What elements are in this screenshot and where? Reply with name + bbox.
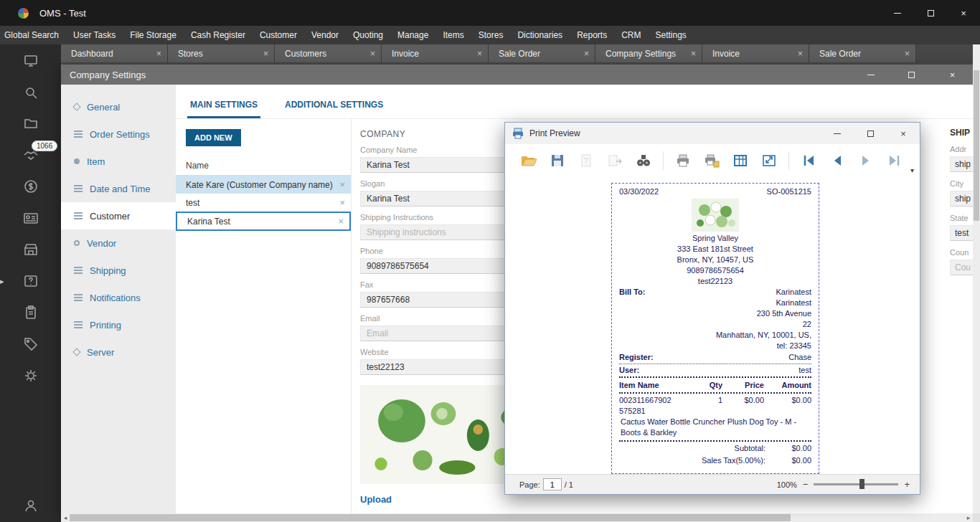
list-item[interactable]: test × — [176, 194, 351, 212]
maximize-button[interactable] — [914, 0, 947, 26]
ship-address-field[interactable] — [950, 156, 973, 172]
preview-document-area[interactable]: 03/30/2022 SO-0051215 Spring Valley 333 … — [505, 177, 920, 474]
settings-maximize-button[interactable] — [891, 65, 932, 85]
close-button[interactable]: × — [947, 0, 980, 26]
menu-vendor[interactable]: Vendor — [304, 26, 346, 44]
tab-additional-settings[interactable]: ADDITIONAL SETTINGS — [282, 100, 386, 118]
previous-page-icon[interactable] — [828, 152, 847, 169]
menu-settings[interactable]: Settings — [648, 26, 693, 44]
preview-close-button[interactable]: × — [887, 123, 920, 144]
ship-state-field[interactable] — [950, 225, 973, 241]
tab-invoice-1[interactable]: Invoice× — [382, 44, 489, 62]
tab-invoice-2[interactable]: Invoice× — [702, 44, 809, 62]
nav-general[interactable]: General — [61, 93, 176, 120]
menu-file-storage[interactable]: File Storage — [123, 26, 184, 44]
nav-server[interactable]: Server — [61, 338, 176, 366]
zoom-out-button[interactable]: − — [803, 479, 809, 490]
folder-icon[interactable] — [23, 115, 39, 131]
upload-link[interactable]: Upload — [360, 494, 392, 505]
settings-window-titlebar[interactable]: Company Settings × — [61, 65, 973, 85]
help-box-icon[interactable] — [23, 273, 39, 289]
nav-notifications[interactable]: Notifications — [61, 284, 176, 311]
vertical-scrollbar-thumb[interactable] — [974, 70, 979, 221]
save-icon[interactable] — [548, 152, 567, 169]
menu-cash-register[interactable]: Cash Register — [184, 26, 253, 44]
menu-crm[interactable]: CRM — [614, 26, 648, 44]
print-icon[interactable] — [674, 152, 692, 169]
contact-card-icon[interactable] — [23, 210, 39, 226]
menu-reports[interactable]: Reports — [570, 26, 614, 44]
tab-sale-order-1[interactable]: Sale Order× — [489, 44, 595, 62]
search-icon[interactable] — [23, 85, 39, 100]
dollar-icon[interactable] — [23, 179, 39, 194]
dashboard-icon[interactable] — [23, 53, 39, 69]
tab-close-icon[interactable]: × — [691, 49, 696, 59]
tab-stores[interactable]: Stores× — [168, 44, 275, 62]
tab-main-settings[interactable]: MAIN SETTINGS — [187, 100, 260, 118]
horizontal-scrollbar-thumb[interactable] — [70, 514, 791, 521]
user-icon[interactable] — [23, 498, 39, 513]
preview-maximize-button[interactable] — [854, 123, 887, 144]
tab-customers[interactable]: Customers× — [275, 44, 382, 62]
settings-close-button[interactable]: × — [932, 65, 973, 85]
tag-icon[interactable] — [23, 336, 39, 352]
clipboard-icon[interactable] — [23, 305, 39, 321]
add-new-button[interactable]: ADD NEW — [186, 129, 241, 146]
tab-company-settings[interactable]: Company Settings× — [595, 44, 702, 62]
scroll-right-icon[interactable]: ▸ — [964, 514, 973, 521]
next-page-icon[interactable] — [857, 152, 875, 169]
nav-customer[interactable]: Customer — [61, 202, 176, 229]
last-page-icon[interactable] — [885, 152, 904, 169]
tab-dashboard[interactable]: Dashboard× — [61, 44, 168, 62]
scroll-left-icon[interactable]: ◂ — [61, 514, 70, 521]
delete-row-icon[interactable]: × — [339, 179, 345, 190]
horizontal-scrollbar[interactable]: ◂ ▸ — [61, 513, 973, 522]
list-item[interactable]: Kate Kare (Customer Company name) × — [176, 176, 351, 194]
zoom-slider[interactable] — [814, 483, 898, 485]
minimize-button[interactable] — [881, 0, 914, 26]
tab-sale-order-2[interactable]: Sale Order× — [809, 44, 916, 62]
page-setup-icon[interactable]: ? — [577, 152, 595, 169]
nav-order-settings[interactable]: Order Settings — [61, 120, 176, 148]
delete-row-icon[interactable]: × — [339, 197, 345, 208]
menu-global-search[interactable]: Global Search — [0, 26, 66, 44]
tab-close-icon[interactable]: × — [905, 49, 910, 59]
panel-expand-handle[interactable]: ▸ — [0, 277, 4, 286]
nav-vendor[interactable]: Vendor — [61, 229, 176, 257]
nav-item[interactable]: Item — [61, 148, 176, 175]
find-icon[interactable] — [634, 152, 653, 169]
ship-city-field[interactable] — [950, 191, 973, 207]
edit-export-icon[interactable] — [606, 152, 624, 169]
nav-date-and-time[interactable]: Date and Time — [61, 175, 176, 202]
fullscreen-icon[interactable] — [760, 152, 778, 169]
open-file-icon[interactable] — [519, 152, 538, 169]
tab-close-icon[interactable]: × — [263, 49, 268, 59]
gear-icon[interactable] — [23, 368, 39, 384]
tab-close-icon[interactable]: × — [798, 49, 803, 59]
store-icon[interactable] — [23, 242, 39, 257]
page-number-input[interactable] — [543, 478, 562, 490]
first-page-icon[interactable] — [799, 152, 818, 169]
nav-shipping[interactable]: Shipping — [61, 257, 176, 284]
preview-minimize-button[interactable] — [821, 123, 854, 144]
print-preview-titlebar[interactable]: Print Preview × — [505, 123, 920, 144]
tab-close-icon[interactable]: × — [584, 49, 589, 59]
toolbar-overflow-icon[interactable]: ▾ — [910, 166, 914, 174]
tab-close-icon[interactable]: × — [477, 49, 482, 59]
list-item[interactable]: Karina Test × — [176, 212, 351, 231]
menu-manage[interactable]: Manage — [390, 26, 435, 44]
nav-printing[interactable]: Printing — [61, 311, 176, 338]
settings-minimize-button[interactable] — [850, 65, 891, 85]
page-layout-icon[interactable] — [731, 152, 750, 169]
menu-items[interactable]: Items — [435, 26, 471, 44]
menu-user-tasks[interactable]: User Tasks — [66, 26, 123, 44]
tab-close-icon[interactable]: × — [156, 49, 161, 59]
delete-row-icon[interactable]: × — [338, 216, 344, 227]
zoom-slider-thumb[interactable] — [859, 479, 864, 489]
vertical-scrollbar[interactable] — [973, 44, 980, 513]
print-settings-icon[interactable] — [702, 152, 721, 169]
menu-quoting[interactable]: Quoting — [346, 26, 390, 44]
menu-dictionaries[interactable]: Dictionaries — [510, 26, 570, 44]
menu-stores[interactable]: Stores — [471, 26, 511, 44]
tab-close-icon[interactable]: × — [370, 49, 375, 59]
